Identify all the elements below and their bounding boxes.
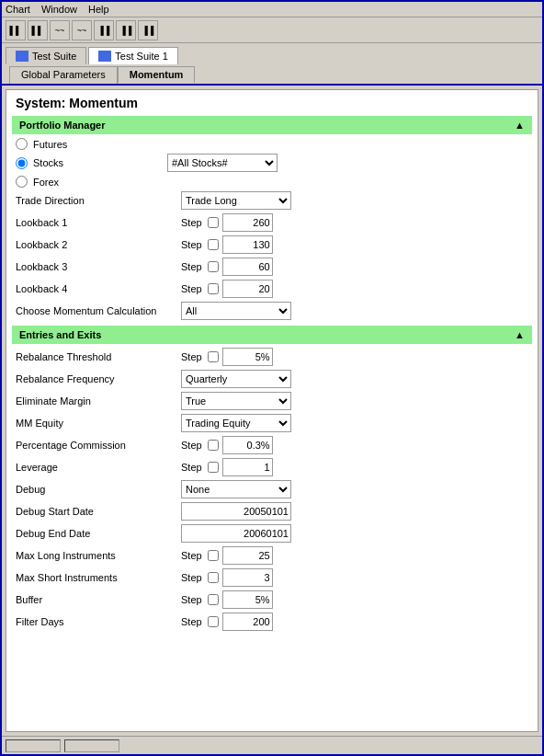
statusbar-item-2 (64, 739, 119, 752)
subtab-global-label: Global Parameters (21, 69, 106, 80)
lookback2-label: Lookback 2 (16, 239, 181, 250)
max-short-input[interactable] (222, 568, 273, 587)
subtab-global-parameters[interactable]: Global Parameters (9, 66, 118, 84)
mm-equity-select[interactable]: Trading Equity (181, 414, 291, 432)
max-long-step-label: Step (181, 550, 202, 561)
lookback1-row: Lookback 1 Step (12, 212, 532, 234)
rebalance-frequency-select[interactable]: Quarterly (181, 370, 291, 388)
futures-radio[interactable] (16, 138, 28, 150)
menubar: Chart Window Help (2, 2, 542, 17)
debug-end-date-input[interactable] (181, 524, 291, 543)
toolbar-btn-2[interactable]: ▌▌ (28, 20, 48, 40)
toolbar-btn-6[interactable]: ▐▐ (116, 20, 136, 40)
lookback4-step-check[interactable] (208, 283, 219, 294)
menu-window[interactable]: Window (41, 4, 77, 15)
eliminate-margin-row: Eliminate Margin True (12, 390, 532, 412)
lookback3-input[interactable] (222, 258, 273, 276)
filter-days-check[interactable] (208, 616, 219, 627)
lookback2-step-check[interactable] (208, 239, 219, 250)
forex-label: Forex (33, 177, 59, 188)
max-long-check[interactable] (208, 550, 219, 561)
lookback2-step-label: Step (181, 239, 202, 250)
menu-help[interactable]: Help (88, 4, 109, 15)
lookback1-input[interactable] (222, 213, 273, 232)
lookback3-step-check[interactable] (208, 261, 219, 272)
debug-select[interactable]: None (181, 480, 291, 498)
max-short-check[interactable] (208, 572, 219, 583)
toolbar-btn-7[interactable]: ▐▐ (138, 20, 158, 40)
tab-test-suite-label: Test Suite (32, 51, 76, 62)
momentum-calc-label: Choose Momentum Calculation (16, 305, 181, 316)
leverage-input[interactable] (222, 458, 273, 476)
percentage-commission-check[interactable] (208, 440, 219, 451)
futures-label: Futures (33, 139, 67, 150)
lookback2-input[interactable] (222, 235, 273, 254)
lookback2-row: Lookback 2 Step (12, 234, 532, 256)
debug-start-date-input[interactable] (181, 502, 291, 521)
buffer-check[interactable] (208, 594, 219, 605)
rebalance-frequency-row: Rebalance Frequency Quarterly (12, 368, 532, 390)
toolbar: ▌▌ ▌▌ ~~ ~~ ▐▐ ▐▐ ▐▐ (2, 17, 542, 43)
debug-start-date-row: Debug Start Date (12, 500, 532, 522)
rebalance-threshold-check[interactable] (208, 351, 219, 362)
max-short-label: Max Short Instruments (16, 572, 181, 583)
toolbar-btn-4[interactable]: ~~ (72, 20, 92, 40)
lookback3-step-label: Step (181, 261, 202, 272)
portfolio-manager-arrow: ▲ (515, 120, 525, 131)
lookback4-input[interactable] (222, 280, 273, 298)
percentage-commission-label: Percentage Commission (16, 440, 181, 451)
lookback4-row: Lookback 4 Step (12, 278, 532, 300)
menu-chart[interactable]: Chart (6, 4, 30, 15)
buffer-input[interactable] (222, 590, 273, 609)
stocks-radio[interactable] (16, 157, 28, 169)
lookback3-row: Lookback 3 Step (12, 256, 532, 278)
tab-icon-1 (16, 51, 28, 62)
leverage-check[interactable] (208, 462, 219, 473)
entries-exits-label: Entries and Exits (19, 329, 101, 340)
eliminate-margin-select[interactable]: True (181, 392, 291, 410)
max-long-label: Max Long Instruments (16, 550, 181, 561)
portfolio-manager-label: Portfolio Manager (19, 120, 106, 131)
max-long-row: Max Long Instruments Step (12, 544, 532, 567)
subtab-momentum[interactable]: Momentum (118, 66, 196, 84)
stocks-select[interactable]: #All Stocks# (167, 154, 278, 172)
percentage-commission-row: Percentage Commission Step (12, 434, 532, 456)
stocks-row: Stocks #All Stocks# (12, 152, 532, 174)
lookback4-step-label: Step (181, 283, 202, 294)
percentage-commission-input[interactable] (222, 436, 273, 454)
tab-test-suite-1-label: Test Suite 1 (115, 51, 167, 62)
max-long-input[interactable] (222, 546, 273, 565)
max-short-step-label: Step (181, 572, 202, 583)
debug-label: Debug (16, 484, 181, 495)
portfolio-manager-header: Portfolio Manager ▲ (12, 116, 532, 134)
lookback1-label: Lookback 1 (16, 217, 181, 228)
buffer-step-label: Step (181, 594, 202, 605)
filter-days-label: Filter Days (16, 616, 181, 627)
debug-row: Debug None (12, 478, 532, 500)
filter-days-row: Filter Days Step (12, 611, 532, 633)
tab-test-suite[interactable]: Test Suite (6, 47, 86, 64)
trade-direction-select[interactable]: Trade Long (181, 191, 291, 210)
stocks-label: Stocks (33, 157, 162, 168)
system-title: System: Momentum (6, 90, 538, 116)
momentum-calc-select[interactable]: All (181, 302, 291, 320)
toolbar-btn-5[interactable]: ▐▐ (94, 20, 114, 40)
scrollable-content[interactable]: Portfolio Manager ▲ Futures Stocks #All … (6, 116, 538, 731)
buffer-label: Buffer (16, 594, 181, 605)
forex-radio[interactable] (16, 176, 28, 188)
mm-equity-row: MM Equity Trading Equity (12, 412, 532, 434)
rebalance-threshold-label: Rebalance Threshold (16, 351, 181, 362)
eliminate-margin-label: Eliminate Margin (16, 395, 181, 407)
tab-test-suite-1[interactable]: Test Suite 1 (88, 47, 177, 64)
filter-days-input[interactable] (222, 613, 273, 631)
trade-direction-label: Trade Direction (16, 195, 181, 206)
trade-direction-row: Trade Direction Trade Long (12, 189, 532, 212)
entries-exits-arrow: ▲ (515, 329, 525, 340)
rebalance-frequency-label: Rebalance Frequency (16, 373, 181, 384)
subtab-momentum-label: Momentum (130, 69, 184, 80)
toolbar-btn-3[interactable]: ~~ (50, 20, 70, 40)
debug-end-date-row: Debug End Date (12, 522, 532, 544)
rebalance-threshold-input[interactable] (222, 348, 273, 366)
toolbar-btn-1[interactable]: ▌▌ (6, 20, 26, 40)
lookback1-step-check[interactable] (208, 217, 219, 228)
